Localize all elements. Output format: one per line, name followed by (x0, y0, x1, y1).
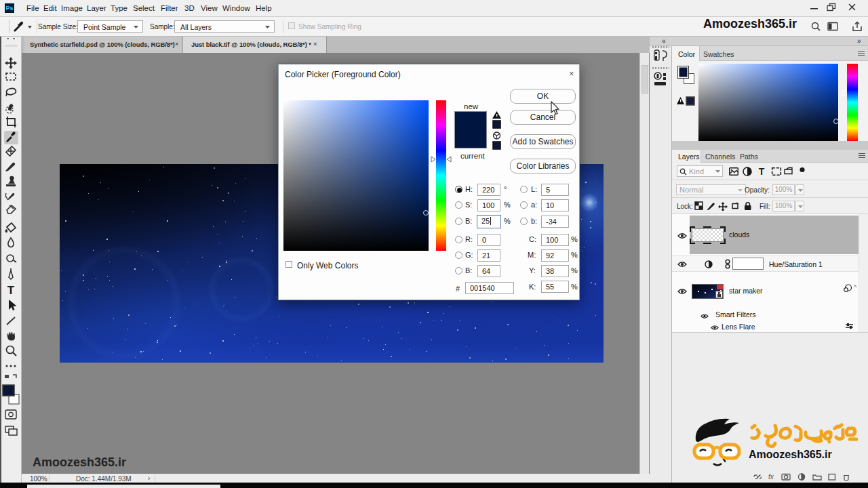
svg-text:fx: fx (768, 473, 774, 481)
svg-text:T: T (759, 167, 765, 176)
svg-text:T: T (7, 284, 15, 297)
